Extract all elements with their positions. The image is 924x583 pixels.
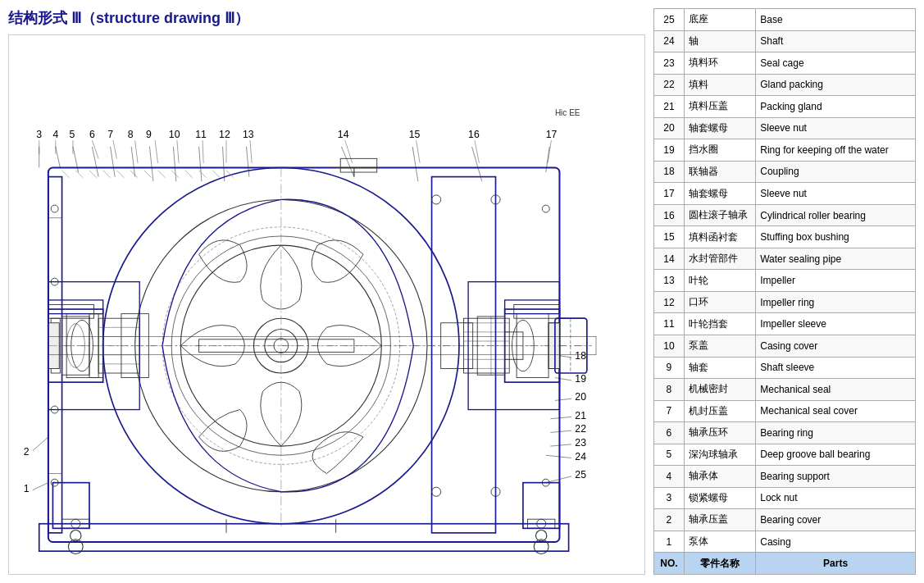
svg-line-112 — [144, 171, 152, 178]
part-name-cn: 泵盖 — [684, 335, 755, 357]
svg-line-46 — [546, 455, 571, 458]
part-number: 16 — [654, 204, 685, 226]
svg-line-49 — [33, 483, 48, 490]
svg-line-29 — [111, 147, 116, 177]
part-name-en: Bearing cover — [756, 509, 916, 531]
part-number: 6 — [654, 422, 685, 444]
svg-line-106 — [62, 171, 70, 178]
svg-text:1: 1 — [24, 483, 30, 494]
parts-table: 25底座Base24轴Shaft23填料环Seal cage22填料Gland … — [653, 8, 916, 575]
part-name-cn: 机械密封 — [684, 379, 755, 401]
table-row: 15填料函衬套Stuffing box bushing — [654, 226, 916, 248]
svg-text:5: 5 — [69, 129, 75, 140]
part-number: 21 — [654, 96, 685, 118]
table-row: 18联轴器Coupling — [654, 161, 916, 183]
table-row: 20轴套螺母Sleeve nut — [654, 117, 916, 139]
part-name-cn: 联轴器 — [684, 161, 755, 183]
part-number: 4 — [654, 466, 685, 488]
part-number: 11 — [654, 313, 685, 335]
svg-text:16: 16 — [468, 129, 480, 140]
table-row: 25底座Base — [654, 9, 916, 31]
svg-line-133 — [203, 140, 203, 163]
part-name-cn: 水封管部件 — [684, 248, 755, 270]
part-name-en: Impeller sleeve — [756, 313, 916, 335]
svg-line-138 — [475, 140, 480, 163]
part-name-en: Parts — [756, 553, 916, 575]
part-number: 24 — [654, 30, 685, 52]
svg-point-90 — [542, 205, 549, 212]
svg-line-136 — [345, 140, 353, 163]
part-number: 8 — [654, 379, 685, 401]
svg-text:18: 18 — [575, 350, 586, 362]
svg-line-45 — [550, 444, 571, 446]
part-name-en: Shaft sleeve — [756, 357, 916, 379]
part-number: 19 — [654, 139, 685, 162]
part-number: 14 — [654, 248, 685, 270]
svg-line-44 — [550, 430, 571, 432]
svg-line-37 — [412, 147, 418, 181]
table-row: 11叶轮挡套Impeller sleeve — [654, 313, 916, 335]
svg-rect-56 — [52, 483, 89, 529]
svg-rect-157 — [505, 300, 560, 314]
svg-line-31 — [149, 147, 152, 181]
part-name-cn: 挡水圈 — [684, 139, 755, 162]
svg-rect-100 — [340, 158, 377, 172]
svg-line-107 — [75, 171, 83, 178]
svg-text:14: 14 — [338, 129, 349, 140]
table-row: 10泵盖Casing cover — [654, 335, 916, 357]
part-name-cn: 填料 — [684, 74, 755, 96]
part-name-en: Sleeve nut — [756, 117, 916, 139]
part-name-cn: 填料函衬套 — [684, 226, 755, 248]
svg-line-115 — [185, 171, 193, 178]
table-row: 13叶轮Impeller — [654, 270, 916, 292]
svg-text:4: 4 — [52, 129, 58, 140]
part-number: 22 — [654, 74, 685, 96]
svg-line-131 — [155, 140, 157, 163]
part-name-cn: 轴承压盖 — [684, 509, 755, 531]
svg-line-32 — [173, 147, 175, 181]
part-name-en: Cylindrical roller bearing — [756, 204, 916, 226]
table-row: 16圆柱滚子轴承Cylindrical roller bearing — [654, 204, 916, 226]
svg-text:11: 11 — [195, 129, 207, 140]
svg-line-137 — [416, 140, 420, 163]
svg-line-139 — [548, 140, 551, 163]
part-name-cn: 填料环 — [684, 52, 755, 75]
table-row: 24轴Shaft — [654, 30, 916, 52]
svg-line-128 — [92, 140, 98, 158]
svg-text:10: 10 — [169, 129, 180, 140]
svg-text:2: 2 — [24, 446, 30, 458]
right-section: 25底座Base24轴Shaft23填料环Seal cage22填料Gland … — [653, 8, 916, 575]
svg-rect-149 — [48, 300, 103, 314]
part-number: 13 — [654, 270, 685, 292]
svg-text:25: 25 — [575, 469, 586, 481]
table-row: 9轴套Shaft sleeve — [654, 357, 916, 379]
part-name-cn: 轴套螺母 — [684, 117, 755, 139]
svg-line-117 — [212, 171, 220, 178]
part-name-cn: 轴承压环 — [684, 422, 755, 444]
svg-line-129 — [113, 140, 116, 158]
part-name-cn: 轴套螺母 — [684, 183, 755, 205]
part-name-cn: 机封压盖 — [684, 400, 755, 422]
svg-text:17: 17 — [546, 129, 558, 140]
table-row: 4轴承体Bearing support — [654, 466, 916, 488]
part-name-en: Mechanical seal cover — [756, 400, 916, 422]
part-number: 15 — [654, 226, 685, 248]
part-number: 12 — [654, 291, 685, 313]
part-number: 20 — [654, 117, 685, 139]
part-name-en: Coupling — [756, 161, 916, 183]
part-number: 23 — [654, 52, 685, 75]
table-row: 19挡水圈Ring for keeping off the water — [654, 139, 916, 162]
svg-line-116 — [199, 171, 207, 178]
part-number: 25 — [654, 9, 685, 31]
svg-text:13: 13 — [243, 129, 254, 140]
svg-line-30 — [131, 147, 134, 177]
svg-text:Hic EE: Hic EE — [555, 108, 580, 117]
svg-text:23: 23 — [575, 437, 586, 449]
table-row: 8机械密封Mechanical seal — [654, 379, 916, 401]
part-number: 5 — [654, 444, 685, 466]
svg-text:22: 22 — [575, 423, 586, 435]
table-row: 5深沟球轴承Deep groove ball bearing — [654, 444, 916, 466]
part-number: 9 — [654, 357, 685, 379]
svg-line-26 — [56, 147, 61, 168]
part-name-cn: 叶轮 — [684, 270, 755, 292]
